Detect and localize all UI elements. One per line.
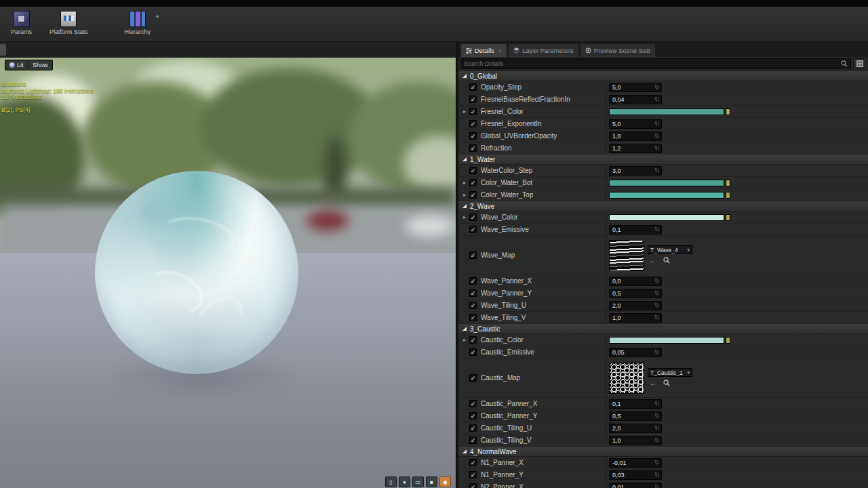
reset-icon[interactable]: ↻: [654, 401, 659, 407]
color-swatch[interactable]: [609, 337, 724, 344]
expander-icon[interactable]: ▸: [463, 192, 469, 198]
toolbar-button-hierarchy[interactable]: Hierarchy: [121, 9, 155, 37]
color-swatch[interactable]: [609, 108, 724, 115]
reset-icon[interactable]: ↻: [654, 484, 659, 488]
parameter-override-checkbox[interactable]: ✓: [469, 108, 477, 115]
toolbar-button-params[interactable]: Params: [7, 9, 36, 37]
view-mode-lit-button[interactable]: Lit: [5, 60, 28, 70]
reset-icon[interactable]: ↻: [654, 290, 659, 296]
parameter-override-checkbox[interactable]: ✓: [469, 83, 477, 91]
texture-thumbnail[interactable]: [609, 240, 644, 271]
texture-asset-dropdown[interactable]: T_Caustic_1▾: [648, 368, 692, 377]
texture-thumbnail[interactable]: [609, 363, 644, 394]
value-field[interactable]: 0,5↻: [609, 411, 662, 421]
color-picker-tab[interactable]: [726, 180, 730, 186]
reset-icon[interactable]: ↻: [654, 121, 659, 127]
value-field[interactable]: 2,0↻: [609, 424, 662, 433]
browse-to-asset-icon[interactable]: [663, 380, 670, 388]
category-header[interactable]: 4_NormalWave: [458, 447, 868, 457]
parameter-override-checkbox[interactable]: ✓: [469, 424, 477, 432]
parameter-override-checkbox[interactable]: ✓: [469, 277, 477, 285]
parameter-override-checkbox[interactable]: ✓: [469, 412, 477, 420]
color-picker-tab[interactable]: [726, 192, 730, 199]
tab-layer-parameters[interactable]: Layer Parameters: [509, 44, 578, 57]
parameter-override-checkbox[interactable]: ✓: [469, 226, 477, 233]
parameter-override-checkbox[interactable]: ✓: [469, 96, 477, 103]
color-swatch[interactable]: [609, 180, 724, 186]
parameter-override-checkbox[interactable]: ✓: [469, 120, 477, 127]
value-field[interactable]: 0,1↻: [609, 225, 662, 235]
hierarchy-dropdown-caret-icon[interactable]: ▾: [156, 9, 159, 20]
reset-icon[interactable]: ↻: [654, 167, 659, 174]
value-field[interactable]: 0,03↻: [609, 470, 662, 480]
parameter-override-checkbox[interactable]: ✓: [469, 132, 477, 140]
show-menu-button[interactable]: Show: [28, 60, 53, 70]
parameter-override-checkbox[interactable]: ✓: [469, 436, 477, 444]
reset-icon[interactable]: ↻: [654, 472, 659, 478]
reset-icon[interactable]: ↻: [654, 314, 659, 321]
preview-mesh-button-cylinder[interactable]: ▯: [385, 476, 397, 487]
value-field[interactable]: 0,1↻: [609, 399, 662, 409]
parameter-override-checkbox[interactable]: ✓: [469, 314, 477, 321]
texture-asset-dropdown[interactable]: T_Wave_4▾: [648, 245, 692, 254]
parameter-override-checkbox[interactable]: ✓: [469, 471, 477, 479]
category-header[interactable]: 3_Caustic: [458, 324, 868, 334]
color-swatch[interactable]: [609, 214, 724, 221]
parameter-override-checkbox[interactable]: ✓: [469, 144, 477, 152]
reset-icon[interactable]: ↻: [654, 96, 659, 102]
parameter-override-checkbox[interactable]: ✓: [469, 214, 477, 221]
category-header[interactable]: 2_Wave: [458, 201, 868, 211]
parameter-override-checkbox[interactable]: ✓: [469, 348, 477, 356]
preview-mesh-button-cube[interactable]: ■: [426, 476, 437, 487]
value-field[interactable]: 2,0↻: [609, 301, 662, 310]
parameter-override-checkbox[interactable]: ✓: [469, 336, 477, 344]
reset-icon[interactable]: ↻: [654, 84, 659, 90]
category-header[interactable]: 0_Global: [458, 71, 868, 81]
reset-icon[interactable]: ↻: [654, 413, 659, 419]
value-field[interactable]: 1,0↻: [609, 313, 662, 323]
preview-mesh-button-teapot[interactable]: ◆: [439, 476, 451, 487]
toolbar-button-platform-stats[interactable]: Platform Stats: [45, 9, 92, 37]
value-field[interactable]: 1,2↻: [609, 144, 662, 153]
reset-icon[interactable]: ↻: [654, 437, 659, 443]
expander-icon[interactable]: ▸: [463, 109, 469, 115]
search-input[interactable]: [464, 60, 838, 67]
reset-icon[interactable]: ↻: [654, 226, 659, 232]
value-field[interactable]: 5,0↻: [609, 83, 662, 92]
reset-icon[interactable]: ↻: [654, 349, 659, 355]
material-preview-viewport[interactable]: Lit Show structions olumetric Lightmap: …: [0, 58, 456, 488]
reset-icon[interactable]: ↻: [654, 460, 659, 466]
value-field[interactable]: -0,01↻: [609, 458, 662, 468]
reset-icon[interactable]: ↻: [654, 425, 659, 431]
expander-icon[interactable]: ▸: [463, 180, 469, 186]
reset-icon[interactable]: ↻: [654, 302, 659, 308]
color-picker-tab[interactable]: [726, 214, 730, 221]
parameter-override-checkbox[interactable]: ✓: [469, 374, 477, 382]
browse-to-asset-icon[interactable]: [663, 257, 670, 265]
tab-close-icon[interactable]: ×: [498, 47, 502, 54]
reset-icon[interactable]: ↻: [654, 133, 659, 139]
use-selected-asset-icon[interactable]: ←: [650, 380, 656, 387]
preview-mesh-button-plane[interactable]: ▭: [412, 476, 424, 487]
parameter-override-checkbox[interactable]: ✓: [469, 400, 477, 407]
collapsed-tab-nub[interactable]: [0, 44, 6, 56]
value-field[interactable]: 3,0↻: [609, 166, 662, 176]
parameter-override-checkbox[interactable]: ✓: [469, 483, 477, 488]
parameter-override-checkbox[interactable]: ✓: [469, 302, 477, 309]
value-field[interactable]: 0,0↻: [609, 277, 662, 286]
parameter-override-checkbox[interactable]: ✓: [469, 167, 477, 174]
reset-icon[interactable]: ↻: [654, 278, 659, 284]
color-swatch[interactable]: [609, 192, 724, 199]
value-field[interactable]: 0,04↻: [609, 95, 662, 104]
tab-preview-scene-settings[interactable]: Preview Scene Sett: [580, 44, 655, 57]
value-field[interactable]: 5,0↻: [609, 119, 662, 129]
parameter-override-checkbox[interactable]: ✓: [469, 289, 477, 297]
parameter-override-checkbox[interactable]: ✓: [469, 191, 477, 199]
color-picker-tab[interactable]: [726, 337, 730, 344]
parameter-override-checkbox[interactable]: ✓: [469, 251, 477, 259]
view-options-button[interactable]: [853, 58, 866, 69]
preview-mesh-button-sphere[interactable]: ●: [399, 476, 410, 487]
category-header[interactable]: 1_Water: [458, 155, 868, 165]
value-field[interactable]: 0,01↻: [609, 483, 662, 488]
parameter-override-checkbox[interactable]: ✓: [469, 179, 477, 186]
